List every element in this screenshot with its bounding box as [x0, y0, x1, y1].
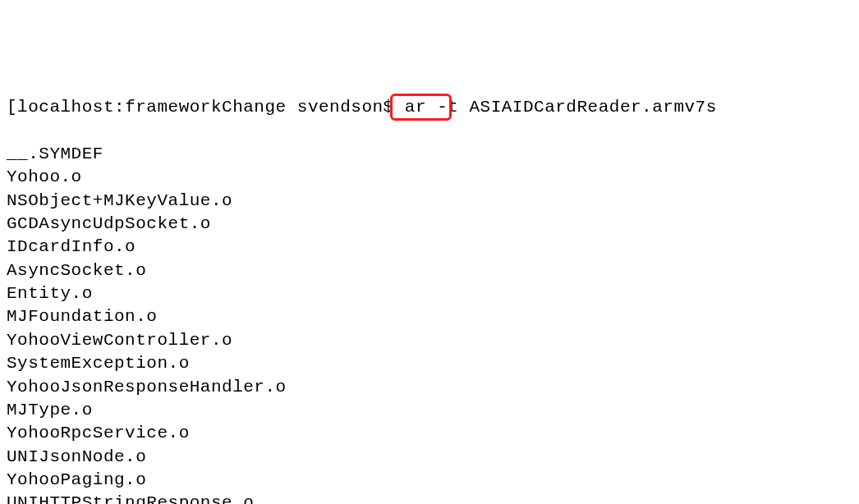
terminal-output: __.SYMDEFYohoo.oNSObject+MJKeyValue.oGCD…	[7, 143, 852, 504]
output-line: MJFoundation.o	[7, 305, 852, 328]
prompt-user: svendson	[297, 98, 384, 117]
command-argument: ASIAIDCardReader.armv7s	[469, 98, 716, 117]
prompt-dollar: $	[384, 98, 394, 117]
output-line: MJType.o	[7, 399, 852, 422]
output-line: Entity.o	[7, 282, 852, 305]
output-line: __.SYMDEF	[7, 143, 852, 166]
prompt-bracket: [	[7, 98, 17, 117]
output-line: UNIJsonNode.o	[7, 446, 852, 469]
output-line: YohooRpcService.o	[7, 422, 852, 445]
output-line: YohooJsonResponseHandler.o	[7, 376, 852, 399]
output-line: SystemException.o	[7, 352, 852, 375]
output-line: UNIHTTPStringResponse.o	[7, 492, 852, 504]
output-line: NSObject+MJKeyValue.o	[7, 190, 852, 213]
output-line: AsyncSocket.o	[7, 259, 852, 282]
command-highlighted: ar -t	[405, 98, 459, 117]
output-line: YohooViewController.o	[7, 329, 852, 352]
terminal-prompt-line: [localhost:frameworkChange svendson$ ar …	[7, 96, 852, 119]
output-line: IDcardInfo.o	[7, 236, 852, 259]
output-line: GCDAsyncUdpSocket.o	[7, 213, 852, 236]
output-line: YohooPaging.o	[7, 469, 852, 492]
output-line: Yohoo.o	[7, 166, 852, 189]
prompt-host-path: localhost:frameworkChange	[17, 98, 287, 117]
